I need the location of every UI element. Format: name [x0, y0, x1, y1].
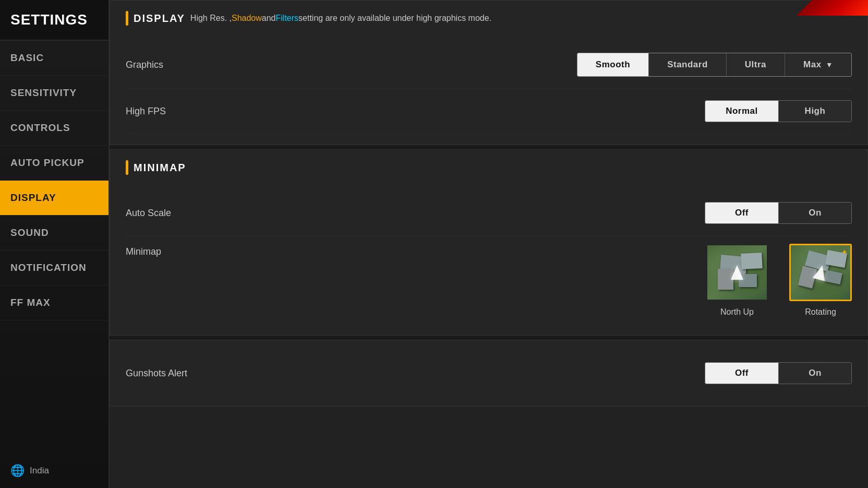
graphics-max-button[interactable]: Max ▼: [785, 53, 851, 76]
gunshots-row: Gunshots Alert Off On: [126, 351, 852, 396]
sidebar-item-auto-pickup[interactable]: AUTO PICKUP: [0, 146, 108, 181]
sidebar-item-sensitivity[interactable]: SENSITIVITY: [0, 76, 108, 111]
minimap-label: Minimap: [126, 244, 706, 257]
minimap-north-up-thumb: [706, 244, 768, 301]
settings-title: SETTINGS: [0, 0, 108, 41]
fps-normal-button[interactable]: Normal: [705, 101, 778, 122]
graphics-row: Graphics Smooth Standard Ultra Max ▼: [126, 41, 852, 89]
minimap-images-group: North Up ✦: [706, 244, 852, 317]
graphics-label: Graphics: [126, 59, 577, 70]
high-fps-row: High FPS Normal High: [126, 89, 852, 134]
minimap-rotating-caption: Rotating: [805, 307, 836, 317]
high-fps-toggle-group: Normal High: [705, 100, 852, 122]
auto-scale-off-button[interactable]: Off: [705, 203, 778, 223]
high-fps-label: High FPS: [126, 106, 705, 117]
sidebar-item-sound[interactable]: SOUND: [0, 216, 108, 251]
graphics-standard-button[interactable]: Standard: [648, 53, 726, 76]
auto-scale-on-button[interactable]: On: [778, 203, 851, 223]
minimap-section-bar: [126, 160, 128, 175]
main-content: DISPLAY High Res. , Shadow and Filters s…: [110, 0, 868, 488]
display-section-note: High Res. , Shadow and Filters setting a…: [190, 14, 491, 23]
sidebar-item-ff-max[interactable]: FF MAX: [0, 285, 108, 320]
display-section-header: DISPLAY High Res. , Shadow and Filters s…: [126, 11, 852, 31]
auto-scale-row: Auto Scale Off On: [126, 191, 852, 236]
minimap-rotating-thumb: ✦: [789, 244, 852, 301]
sidebar-item-display[interactable]: DISPLAY: [0, 181, 108, 216]
minimap-rotating-option[interactable]: ✦ Rotating: [789, 244, 852, 317]
display-section-title: DISPLAY: [134, 13, 185, 25]
top-accent-decoration: [764, 0, 868, 16]
dropdown-arrow-icon: ▼: [826, 61, 833, 69]
sidebar-item-notification[interactable]: NOTIFICATION: [0, 251, 108, 285]
minimap-north-up-option[interactable]: North Up: [706, 244, 768, 317]
region-label: India: [30, 466, 49, 476]
minimap-north-up-caption: North Up: [720, 307, 754, 317]
minimap-section: MINIMAP Auto Scale Off On Minimap: [110, 149, 868, 336]
globe-icon: 🌐: [10, 464, 25, 478]
minimap-north-up-visual: [707, 245, 767, 300]
sidebar: SETTINGS BASIC SENSITIVITY CONTROLS AUTO…: [0, 0, 110, 488]
graphics-ultra-button[interactable]: Ultra: [726, 53, 785, 76]
sidebar-item-controls[interactable]: CONTROLS: [0, 111, 108, 146]
gunshots-on-button[interactable]: On: [778, 363, 851, 384]
minimap-north-arrow: [731, 265, 743, 280]
minimap-row: Minimap Nor: [126, 236, 852, 325]
sidebar-footer: 🌐 India: [0, 454, 108, 488]
fps-high-button[interactable]: High: [778, 101, 851, 122]
minimap-section-header: MINIMAP: [126, 160, 852, 180]
auto-scale-label: Auto Scale: [126, 208, 705, 219]
section-bar: [126, 11, 128, 26]
auto-scale-toggle-group: Off On: [705, 202, 852, 224]
rotating-star-icon: ✦: [841, 248, 848, 256]
minimap-section-title: MINIMAP: [134, 162, 186, 174]
gunshots-off-button[interactable]: Off: [705, 363, 778, 384]
minimap-rotating-visual: ✦: [791, 245, 850, 300]
section-separator-2: [110, 336, 868, 340]
gunshots-toggle-group: Off On: [705, 362, 852, 384]
gunshots-label: Gunshots Alert: [126, 368, 705, 379]
sidebar-item-basic[interactable]: BASIC: [0, 41, 108, 76]
graphics-toggle-group: Smooth Standard Ultra Max ▼: [577, 53, 852, 77]
display-section: DISPLAY High Res. , Shadow and Filters s…: [110, 0, 868, 145]
section-separator-1: [110, 145, 868, 149]
gunshots-section: Gunshots Alert Off On: [110, 340, 868, 407]
graphics-smooth-button[interactable]: Smooth: [577, 53, 648, 76]
